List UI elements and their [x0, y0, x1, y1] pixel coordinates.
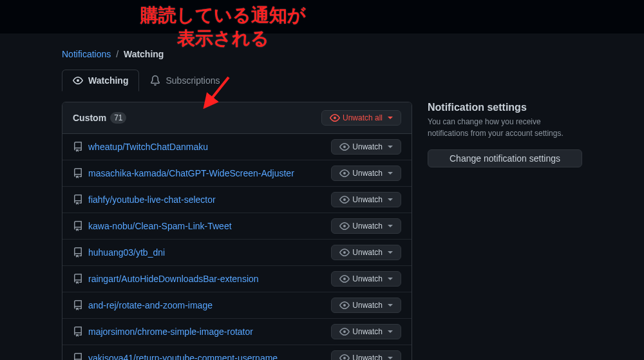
repo-icon	[73, 274, 83, 284]
caret-down-icon	[388, 304, 393, 307]
table-row: fiahfy/youtube-live-chat-selectorUnwatch	[62, 187, 412, 213]
tab-watching[interactable]: Watching	[62, 70, 139, 91]
unwatch-button[interactable]: Unwatch	[331, 218, 401, 234]
svg-line-1	[208, 77, 229, 103]
table-row: masachika-kamada/ChatGPT-WideScreen-Adju…	[62, 160, 412, 187]
caret-down-icon	[388, 146, 393, 148]
repo-icon	[73, 142, 83, 152]
annotation-line1: 購読している通知が	[140, 4, 306, 27]
unwatch-label: Unwatch	[352, 142, 383, 151]
tabs: Watching Subscriptions	[62, 70, 582, 91]
repo-link[interactable]: fiahfy/youtube-live-chat-selector	[88, 194, 216, 205]
unwatch-button[interactable]: Unwatch	[331, 324, 401, 339]
eye-icon	[339, 168, 350, 178]
unwatch-label: Unwatch	[352, 354, 383, 360]
repo-icon	[73, 300, 83, 310]
list-header: Custom 71 Unwatch all	[62, 102, 412, 134]
repo-link[interactable]: raingart/AutoHideDownloadsBar-extension	[88, 274, 259, 284]
caret-down-icon	[388, 198, 393, 201]
unwatch-label: Unwatch	[352, 301, 383, 310]
unwatch-label: Unwatch	[352, 248, 383, 257]
unwatch-label: Unwatch	[352, 222, 383, 231]
notification-settings-sidebar: Notification settings You can change how…	[428, 102, 582, 360]
sidebar-title: Notification settings	[428, 102, 582, 113]
repo-icon	[73, 194, 83, 205]
repo-icon	[73, 247, 83, 258]
repo-list: wheatup/TwitchChatDanmakuUnwatchmasachik…	[62, 134, 412, 360]
repo-icon	[73, 221, 83, 231]
unwatch-button[interactable]: Unwatch	[331, 298, 401, 313]
count-badge: 71	[110, 112, 126, 124]
table-row: huhuang03/ytb_dniUnwatch	[62, 240, 412, 266]
repo-icon	[73, 327, 83, 337]
repo-link[interactable]: huhuang03/ytb_dni	[88, 247, 165, 258]
unwatch-button[interactable]: Unwatch	[331, 271, 401, 287]
annotation-line2: 表示される	[140, 27, 306, 50]
table-row: kawa-nobu/Clean-Spam-Link-TweetUnwatch	[62, 213, 412, 240]
eye-icon	[339, 221, 350, 231]
unwatch-label: Unwatch	[352, 327, 383, 336]
unwatch-button[interactable]: Unwatch	[331, 166, 401, 181]
breadcrumb-notifications-link[interactable]: Notifications	[62, 49, 111, 59]
repo-link[interactable]: and-rej/rotate-and-zoom-image	[88, 300, 213, 310]
change-notification-settings-button[interactable]: Change notification settings	[428, 149, 582, 167]
bell-icon	[150, 75, 160, 86]
unwatch-all-label: Unwatch all	[343, 113, 383, 122]
caret-down-icon	[388, 278, 393, 280]
table-row: wheatup/TwitchChatDanmakuUnwatch	[62, 134, 412, 160]
repo-link[interactable]: wheatup/TwitchChatDanmaku	[88, 142, 208, 152]
repo-link[interactable]: majorsimon/chrome-simple-image-rotator	[88, 327, 253, 337]
table-row: raingart/AutoHideDownloadsBar-extensionU…	[62, 266, 412, 292]
repo-link[interactable]: yakisova41/return-youtube-comment-userna…	[88, 353, 278, 360]
eye-icon	[339, 274, 350, 284]
breadcrumb-separator: /	[116, 49, 118, 59]
unwatch-label: Unwatch	[352, 274, 383, 283]
caret-down-icon	[388, 330, 393, 333]
unwatch-button[interactable]: Unwatch	[331, 245, 401, 260]
caret-down-icon	[388, 117, 393, 119]
repo-link[interactable]: masachika-kamada/ChatGPT-WideScreen-Adju…	[88, 168, 294, 178]
eye-icon	[339, 194, 350, 205]
tab-watching-label: Watching	[88, 75, 128, 86]
watching-list-panel: Custom 71 Unwatch all wheatup/TwitchChat…	[62, 102, 412, 360]
list-header-title: Custom	[73, 113, 106, 123]
eye-icon	[73, 75, 83, 86]
annotation-arrow	[203, 74, 235, 111]
unwatch-button[interactable]: Unwatch	[331, 139, 401, 155]
unwatch-label: Unwatch	[352, 169, 383, 178]
top-bar	[0, 0, 644, 33]
repo-link[interactable]: kawa-nobu/Clean-Spam-Link-Tweet	[88, 221, 232, 231]
caret-down-icon	[388, 172, 393, 175]
eye-icon	[339, 327, 350, 337]
unwatch-all-button[interactable]: Unwatch all	[321, 110, 401, 126]
unwatch-button[interactable]: Unwatch	[331, 350, 401, 360]
table-row: majorsimon/chrome-simple-image-rotatorUn…	[62, 319, 412, 345]
table-row: and-rej/rotate-and-zoom-imageUnwatch	[62, 292, 412, 319]
eye-icon	[339, 353, 350, 360]
eye-icon	[339, 142, 350, 152]
table-row: yakisova41/return-youtube-comment-userna…	[62, 345, 412, 360]
repo-icon	[73, 168, 83, 178]
annotation-overlay: 購読している通知が 表示される	[140, 4, 306, 51]
repo-icon	[73, 353, 83, 360]
caret-down-icon	[388, 225, 393, 227]
unwatch-button[interactable]: Unwatch	[331, 192, 401, 207]
sidebar-description: You can change how you receive notificat…	[428, 116, 582, 139]
eye-icon	[339, 247, 350, 258]
eye-icon	[330, 113, 340, 123]
eye-icon	[339, 300, 350, 310]
caret-down-icon	[388, 357, 393, 359]
unwatch-label: Unwatch	[352, 195, 383, 204]
caret-down-icon	[388, 251, 393, 254]
